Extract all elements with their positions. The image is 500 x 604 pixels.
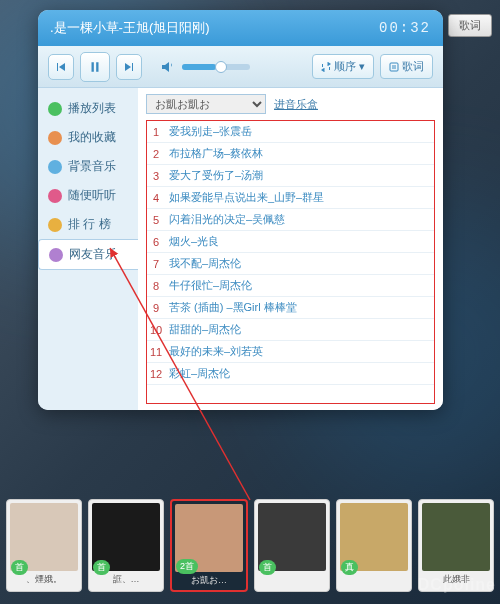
song-count-badge: 首: [93, 560, 110, 575]
lyric-button[interactable]: 歌词: [380, 54, 433, 79]
song-row[interactable]: 11最好的未来–刘若英: [147, 341, 434, 363]
song-title[interactable]: 最好的未来–刘若英: [165, 344, 434, 359]
dock-item[interactable]: 首: [254, 499, 330, 592]
note-icon: [48, 160, 62, 174]
next-button[interactable]: [116, 54, 142, 80]
song-count-badge: 真: [341, 560, 358, 575]
lyric-icon: [389, 62, 399, 72]
dock-item[interactable]: 真: [336, 499, 412, 592]
song-row[interactable]: 3爱大了受伤了–汤潮: [147, 165, 434, 187]
watermark: DCpoline: [418, 576, 496, 594]
chevron-down-icon: ▾: [359, 60, 365, 73]
avatar: [422, 503, 490, 571]
order-icon: [321, 62, 331, 72]
sidebar-item-favorites[interactable]: 我的收藏: [38, 123, 138, 152]
sidebar-label: 排 行 榜: [68, 216, 111, 233]
sidebar-item-random[interactable]: 随便听听: [38, 181, 138, 210]
prev-button[interactable]: [48, 54, 74, 80]
song-number: 12: [147, 368, 165, 380]
main-panel: お凱お凱お 进音乐盒 1爱我别走–张震岳2布拉格广场–蔡依林3爱大了受伤了–汤潮…: [138, 88, 443, 410]
song-title[interactable]: 甜甜的–周杰伦: [165, 322, 434, 337]
dock-item[interactable]: 首誆、…: [88, 499, 164, 592]
sidebar-item-netfriend[interactable]: 网友音乐: [38, 239, 139, 270]
song-title[interactable]: 如果爱能早点说出来_山野–群星: [165, 190, 434, 205]
music-player-window: .是一棵小草-王旭(旭日阳刚) 00:32 顺序 ▾ 歌词 播放列表 我的收藏 …: [38, 10, 443, 410]
user-select[interactable]: お凱お凱お: [146, 94, 266, 114]
sidebar-label: 随便听听: [68, 187, 116, 204]
song-number: 3: [147, 170, 165, 182]
song-title[interactable]: 布拉格广场–蔡依林: [165, 146, 434, 161]
dock-username: お凱お…: [175, 574, 243, 587]
titlebar: .是一棵小草-王旭(旭日阳刚) 00:32: [38, 10, 443, 46]
sidebar-label: 播放列表: [68, 100, 116, 117]
song-title[interactable]: 烟火–光良: [165, 234, 434, 249]
song-number: 8: [147, 280, 165, 292]
song-title[interactable]: 闪着泪光的决定–吴佩慈: [165, 212, 434, 227]
song-row[interactable]: 2布拉格广场–蔡依林: [147, 143, 434, 165]
sidebar-item-rank[interactable]: 排 行 榜: [38, 210, 138, 239]
song-count-badge: 2首: [176, 559, 198, 574]
song-row[interactable]: 10甜甜的–周杰伦: [147, 319, 434, 341]
order-label: 顺序: [334, 59, 356, 74]
song-title[interactable]: 爱大了受伤了–汤潮: [165, 168, 434, 183]
dock-item[interactable]: 2首お凱お…: [170, 499, 248, 592]
sidebar-item-playlist[interactable]: 播放列表: [38, 94, 138, 123]
song-row[interactable]: 7我不配–周杰伦: [147, 253, 434, 275]
sidebar-label: 网友音乐: [69, 246, 117, 263]
song-title[interactable]: 彩虹–周杰伦: [165, 366, 434, 381]
song-number: 6: [147, 236, 165, 248]
song-number: 4: [147, 192, 165, 204]
song-title[interactable]: 爱我别走–张震岳: [165, 124, 434, 139]
song-number: 1: [147, 126, 165, 138]
song-number: 11: [147, 346, 165, 358]
heart-icon: [48, 131, 62, 145]
song-title[interactable]: 牛仔很忙–周杰伦: [165, 278, 434, 293]
play-order-button[interactable]: 顺序 ▾: [312, 54, 374, 79]
song-row[interactable]: 12彩虹–周杰伦: [147, 363, 434, 385]
top-lyric-button[interactable]: 歌词: [448, 14, 492, 37]
people-icon: [49, 248, 63, 262]
enter-musicbox-link[interactable]: 进音乐盒: [274, 97, 318, 112]
song-count-badge: 首: [11, 560, 28, 575]
song-number: 2: [147, 148, 165, 160]
song-row[interactable]: 9苦茶 (插曲) –黑Girl 棒棒堂: [147, 297, 434, 319]
song-count-badge: 首: [259, 560, 276, 575]
player-toolbar: 顺序 ▾ 歌词: [38, 46, 443, 88]
now-playing-title: .是一棵小草-王旭(旭日阳刚): [50, 19, 379, 37]
song-number: 5: [147, 214, 165, 226]
volume-slider[interactable]: [182, 64, 250, 70]
song-list: 1爱我别走–张震岳2布拉格广场–蔡依林3爱大了受伤了–汤潮4如果爱能早点说出来_…: [146, 120, 435, 404]
song-row[interactable]: 8牛仔很忙–周杰伦: [147, 275, 434, 297]
song-title[interactable]: 我不配–周杰伦: [165, 256, 434, 271]
dock-item[interactable]: 首、煙娥。: [6, 499, 82, 592]
song-number: 10: [147, 324, 165, 336]
song-row[interactable]: 1爱我别走–张震岳: [147, 121, 434, 143]
song-title[interactable]: 苦茶 (插曲) –黑Girl 棒棒堂: [165, 300, 434, 315]
lyric-label: 歌词: [402, 59, 424, 74]
rank-icon: [48, 218, 62, 232]
sidebar-item-bgmusic[interactable]: 背景音乐: [38, 152, 138, 181]
song-row[interactable]: 6烟火–光良: [147, 231, 434, 253]
sidebar: 播放列表 我的收藏 背景音乐 随便听听 排 行 榜 网友音乐: [38, 88, 138, 410]
elapsed-time: 00:32: [379, 20, 431, 36]
song-number: 7: [147, 258, 165, 270]
pause-button[interactable]: [80, 52, 110, 82]
sidebar-label: 背景音乐: [68, 158, 116, 175]
volume-icon: [160, 59, 176, 75]
song-row[interactable]: 4如果爱能早点说出来_山野–群星: [147, 187, 434, 209]
shuffle-icon: [48, 189, 62, 203]
svg-rect-0: [390, 63, 398, 71]
song-number: 9: [147, 302, 165, 314]
song-row[interactable]: 5闪着泪光的决定–吴佩慈: [147, 209, 434, 231]
play-icon: [48, 102, 62, 116]
sidebar-label: 我的收藏: [68, 129, 116, 146]
